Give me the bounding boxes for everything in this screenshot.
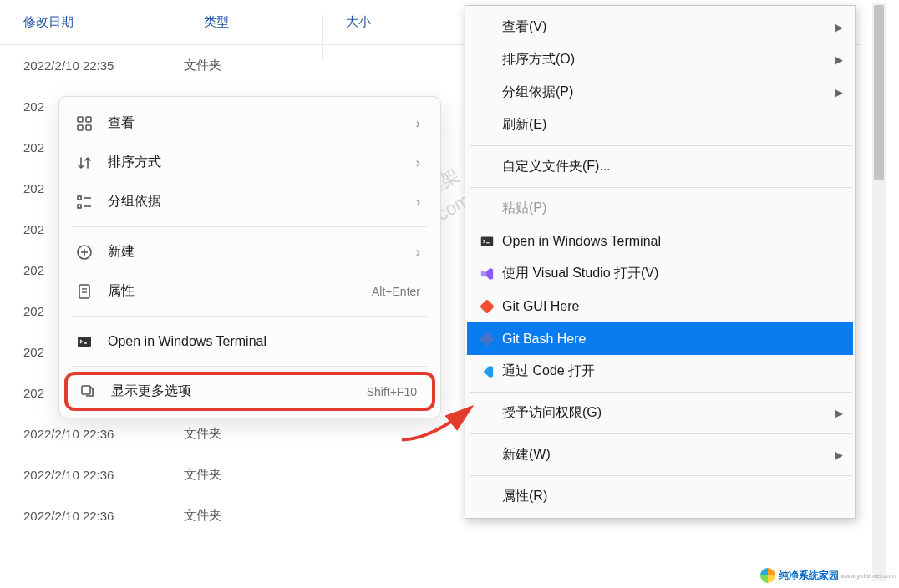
menu-item-label: 查看 [108, 114, 416, 132]
menu-new[interactable]: 新建 › [64, 232, 435, 271]
menu-classic-group[interactable]: 分组依据(P)▶ [467, 76, 853, 109]
menu-item-label: 分组依据 [108, 193, 416, 210]
chevron-right-icon: › [416, 195, 420, 210]
menu-classic-customize[interactable]: 自定义文件夹(F)... [467, 150, 853, 183]
menu-classic-view[interactable]: 查看(V)▶ [467, 11, 853, 43]
context-menu-win11: 查看 › 排序方式 › 分组依据 › 新建 › 属性 Alt+Enter Ope… [58, 96, 441, 418]
svg-rect-14 [78, 337, 91, 347]
menu-classic-grant-access[interactable]: 授予访问权限(G)▶ [467, 397, 853, 429]
svg-rect-0 [78, 117, 83, 122]
header-type[interactable]: 类型 [180, 14, 323, 30]
menu-classic-code-open[interactable]: 通过 Code 打开 [467, 355, 853, 388]
menu-separator [73, 366, 427, 367]
svg-rect-20 [480, 332, 495, 347]
menu-classic-properties[interactable]: 属性(R) [467, 480, 853, 513]
terminal-icon [76, 333, 108, 350]
terminal-icon [475, 234, 499, 249]
svg-rect-5 [78, 205, 81, 208]
menu-show-more-options[interactable]: 显示更多选项 Shift+F10 [64, 372, 435, 411]
menu-classic-terminal[interactable]: Open in Windows Terminal [467, 225, 853, 257]
menu-separator [73, 226, 427, 227]
svg-rect-19 [480, 299, 495, 314]
more-options-icon [79, 383, 111, 400]
menu-open-terminal[interactable]: Open in Windows Terminal [64, 322, 435, 361]
menu-separator [470, 392, 851, 393]
group-icon [76, 194, 108, 210]
menu-separator [73, 316, 427, 317]
chevron-right-icon: ▶ [835, 53, 843, 66]
svg-rect-4 [78, 196, 81, 200]
svg-rect-17 [481, 236, 493, 246]
chevron-right-icon: ▶ [835, 449, 843, 461]
menu-separator [470, 475, 851, 476]
chevron-right-icon: › [416, 155, 420, 170]
chevron-right-icon: › [416, 245, 420, 260]
menu-classic-sort[interactable]: 排序方式(O)▶ [467, 43, 853, 76]
brand-url: www.yidaimei.com [841, 572, 896, 580]
menu-classic-vs-open[interactable]: 使用 Visual Studio 打开(V) [467, 257, 853, 290]
plus-circle-icon [76, 244, 108, 261]
footer-brand: 纯净系统家园 www.yidaimei.com [760, 568, 896, 583]
menu-group[interactable]: 分组依据 › [64, 182, 435, 221]
svg-rect-1 [86, 117, 91, 122]
menu-item-label: 新建 [108, 243, 416, 261]
menu-separator [470, 145, 851, 146]
brand-logo-icon [760, 568, 775, 583]
svg-rect-11 [79, 285, 89, 298]
chevron-right-icon: › [416, 116, 420, 131]
svg-rect-3 [86, 125, 91, 130]
git-icon [475, 299, 499, 314]
chevron-right-icon: ▶ [835, 407, 843, 419]
sort-icon [76, 155, 108, 171]
menu-classic-refresh[interactable]: 刷新(E) [467, 109, 853, 141]
vertical-scrollbar[interactable] [872, 3, 886, 581]
chevron-right-icon: ▶ [835, 21, 843, 33]
visual-studio-icon [475, 266, 499, 281]
menu-classic-new[interactable]: 新建(W)▶ [467, 438, 853, 471]
menu-separator [470, 433, 851, 434]
menu-item-label: Open in Windows Terminal [108, 334, 420, 349]
header-size[interactable]: 大小 [323, 14, 439, 30]
chevron-right-icon: ▶ [835, 86, 843, 99]
menu-item-label: 属性 [108, 282, 372, 300]
menu-item-label: 显示更多选项 [111, 383, 367, 400]
vscode-icon [475, 364, 499, 379]
header-date[interactable]: 修改日期 [0, 14, 180, 30]
svg-rect-2 [78, 125, 83, 130]
context-menu-classic: 查看(V)▶ 排序方式(O)▶ 分组依据(P)▶ 刷新(E) 自定义文件夹(F)… [465, 5, 856, 519]
brand-name: 纯净系统家园 [779, 569, 839, 583]
svg-rect-16 [82, 386, 90, 394]
menu-separator [470, 187, 851, 188]
menu-item-label: 排序方式 [108, 154, 416, 171]
scrollbar-thumb[interactable] [874, 5, 884, 180]
menu-properties[interactable]: 属性 Alt+Enter [64, 271, 435, 311]
menu-view[interactable]: 查看 › [64, 104, 435, 143]
menu-classic-paste: 粘贴(P) [467, 192, 853, 225]
menu-shortcut: Alt+Enter [372, 285, 420, 298]
menu-classic-git-bash[interactable]: Git Bash Here [467, 322, 853, 355]
menu-sort[interactable]: 排序方式 › [64, 143, 435, 182]
grid-icon [76, 115, 108, 132]
menu-shortcut: Shift+F10 [367, 385, 417, 398]
properties-icon [76, 283, 108, 300]
git-icon [475, 332, 499, 347]
menu-classic-git-gui[interactable]: Git GUI Here [467, 290, 853, 322]
